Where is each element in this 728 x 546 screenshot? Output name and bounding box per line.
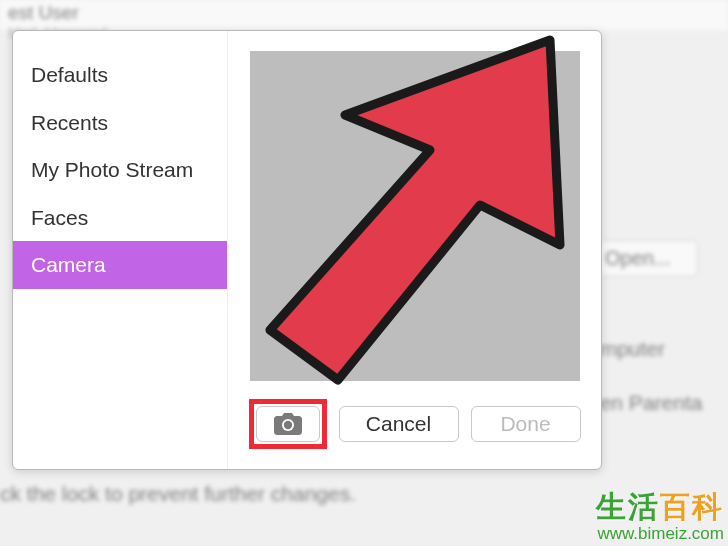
bg-user-row: est User bled, Managed [0, 0, 728, 30]
panel-main: Cancel Done [228, 31, 601, 469]
done-button: Done [471, 406, 581, 442]
sidebar-item-faces[interactable]: Faces [13, 194, 227, 242]
sidebar-item-defaults[interactable]: Defaults [13, 51, 227, 99]
camera-icon [274, 413, 302, 435]
watermark-url: www.bimeiz.com [596, 524, 724, 544]
watermark-cn: 生活百科 [596, 487, 724, 528]
bg-lock-text: ck the lock to prevent further changes. [0, 482, 356, 506]
photo-picker-panel: Defaults Recents My Photo Stream Faces C… [12, 30, 602, 470]
sidebar-item-photo-stream[interactable]: My Photo Stream [13, 146, 227, 194]
take-photo-button[interactable] [256, 406, 320, 442]
bg-text-parental: pen Parenta [588, 391, 728, 415]
watermark: 生活百科 www.bimeiz.com [596, 487, 724, 544]
sidebar-item-camera[interactable]: Camera [13, 241, 227, 289]
bg-text-computer: omputer [588, 337, 728, 361]
source-sidebar: Defaults Recents My Photo Stream Faces C… [13, 31, 228, 469]
bg-open-button: Open... [588, 240, 698, 277]
svg-point-1 [283, 421, 291, 429]
bg-right-col: Open... omputer pen Parenta [588, 240, 728, 445]
bg-user-title: est User [8, 2, 720, 24]
button-row: Cancel Done [249, 399, 581, 449]
camera-preview [250, 51, 580, 381]
sidebar-item-recents[interactable]: Recents [13, 99, 227, 147]
cancel-button[interactable]: Cancel [339, 406, 459, 442]
camera-button-highlight [249, 399, 327, 449]
